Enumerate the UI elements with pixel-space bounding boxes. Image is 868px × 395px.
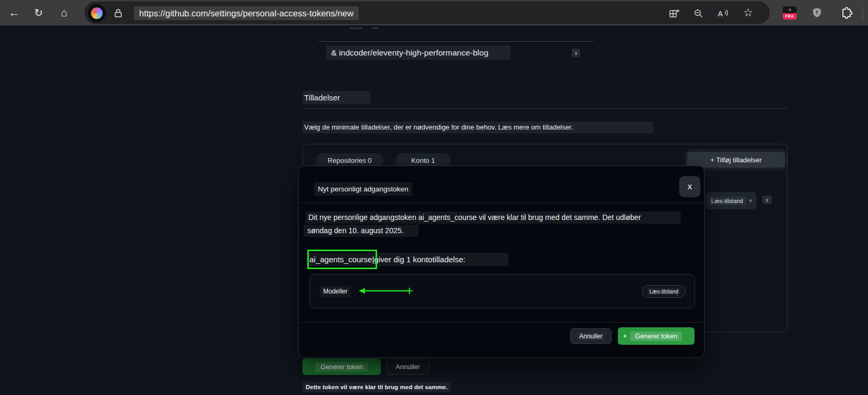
zoom-out-icon [693, 8, 704, 19]
split-screen-button[interactable] [669, 8, 680, 21]
token-ready-note: Dette token vil være klar til brug med d… [303, 382, 451, 392]
dropdown-label: Læs-tilstand [709, 197, 746, 205]
generate-token-label: Generer token [315, 362, 368, 372]
home-icon: ⌂ [61, 6, 68, 19]
refresh-icon: ↻ [34, 6, 43, 19]
home-button[interactable]: ⌂ [55, 4, 73, 22]
permissions-heading: Tilladelser [303, 91, 370, 104]
extension-fra-button[interactable]: ☼ FRA [782, 5, 798, 21]
dialog-cancel-label: Annuller [577, 332, 605, 341]
back-icon: ← [8, 6, 20, 20]
cursor-dot [624, 335, 626, 337]
favorites-button[interactable]: ☆ [743, 6, 753, 19]
dialog-body-line2: søndag den 10. august 2025. [304, 225, 418, 237]
chevron-down-icon: ▼ [748, 198, 753, 204]
read-aloud-icon: A [718, 8, 729, 19]
dialog-footer-divider [299, 322, 705, 323]
dialog-body-line1: Dit nye personlige adgangstoken ai_agent… [306, 212, 681, 224]
add-permissions-button[interactable]: + Tilføj tilladelser [687, 152, 785, 168]
permissions-description: Vælg de minimale tilladelser, der er nød… [303, 122, 653, 133]
clipped-content-artifact [371, 27, 379, 29]
svg-text:A: A [718, 10, 723, 18]
selected-repo-row: & indcoder/eleventy-high-performance-blo… [326, 45, 510, 60]
dialog-close-button[interactable]: X [679, 176, 700, 197]
shield-keyhole-icon [811, 7, 823, 19]
dialog-header-divider [299, 203, 705, 203]
fra-extension-icon: ☼ FRA [783, 6, 797, 20]
account-permission-dropdown[interactable]: Læs-tilstand ▼ [705, 192, 756, 209]
lock-icon[interactable] [114, 8, 123, 21]
github-token-page: & indcoder/eleventy-high-performance-blo… [0, 25, 868, 395]
dialog-title: Nyt personligt adgangstoken [314, 182, 412, 196]
url-bar[interactable]: https://github.com/settings/personal-acc… [85, 2, 770, 24]
list-divider [318, 41, 593, 42]
read-aloud-button[interactable]: A [718, 8, 729, 21]
browser-window: ← ↻ ⌂ https://github.com/settings/person… [0, 0, 868, 395]
refresh-button[interactable]: ↻ [30, 4, 48, 22]
grid-plus-icon [669, 8, 680, 19]
clipped-content-artifact [349, 27, 363, 29]
permission-box: Modeller Læs-tilstand ⌄ [309, 274, 695, 308]
section-divider [303, 108, 788, 109]
sparkle-icon: ☼ [783, 6, 797, 13]
star-icon: ☆ [743, 6, 753, 19]
fra-extension-badge: FRA [783, 13, 797, 20]
password-manager-button[interactable] [809, 5, 825, 21]
browser-toolbar: ← ↻ ⌂ https://github.com/settings/person… [0, 0, 868, 25]
dialog-generate-label: Generer token [631, 332, 682, 341]
zoom-button[interactable] [693, 8, 704, 21]
remove-permission-button[interactable]: x [762, 196, 772, 204]
annotation-highlight-box [307, 250, 377, 269]
remove-repo-button[interactable]: x [572, 49, 580, 57]
cancel-button-page[interactable]: Annuller [386, 359, 430, 375]
summary-rest-text: giver dig 1 kontotilladelse: [374, 255, 465, 264]
back-button[interactable]: ← [5, 4, 23, 22]
copilot-button[interactable] [88, 4, 106, 22]
annotation-arrow-icon [358, 287, 417, 295]
url-input[interactable]: https://github.com/settings/personal-acc… [134, 6, 359, 20]
dialog-cancel-button[interactable]: Annuller [570, 328, 611, 344]
permission-level-pill[interactable]: Læs-tilstand ⌄ [642, 285, 686, 298]
dialog-generate-button[interactable]: Generer token [618, 327, 695, 345]
toolbar-divider [863, 6, 863, 19]
permission-name: Modeller [320, 286, 351, 297]
copilot-icon [91, 7, 103, 19]
puzzle-icon [840, 7, 853, 19]
extensions-button[interactable] [838, 5, 854, 21]
new-token-dialog: Nyt personligt adgangstoken X Dit nye pe… [298, 166, 705, 358]
chevron-down-icon: ⌄ [675, 293, 679, 297]
generate-token-button-page[interactable]: Generer token [303, 359, 381, 375]
